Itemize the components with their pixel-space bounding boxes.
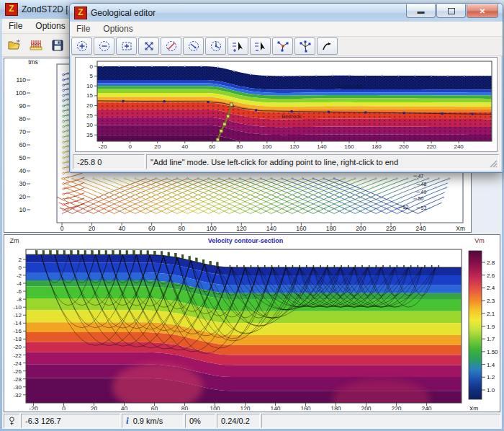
svg-text:tms: tms — [28, 58, 38, 66]
svg-text:80: 80 — [19, 115, 27, 123]
status-progress: 0% — [185, 414, 215, 428]
svg-text:70: 70 — [19, 128, 27, 135]
svg-text:Sediments: Sediments — [336, 83, 362, 89]
svg-text:20: 20 — [19, 193, 27, 200]
svg-text:0: 0 — [19, 265, 22, 271]
svg-text:53: 53 — [421, 205, 427, 210]
tool-zoom-in[interactable] — [71, 37, 92, 55]
open-file-button[interactable] — [5, 37, 24, 54]
velocity-section-chart: Velocity contour-sectionZmVm20-2-4-6-8-1… — [4, 235, 498, 410]
maximize-button[interactable] — [436, 4, 466, 18]
svg-text:Zm: Zm — [10, 237, 19, 244]
svg-text:120: 120 — [236, 225, 246, 231]
svg-text:-8: -8 — [17, 296, 22, 303]
svg-text:-2: -2 — [17, 272, 22, 279]
svg-text:20: 20 — [86, 102, 93, 109]
svg-text:60: 60 — [209, 143, 215, 150]
svg-text:0: 0 — [90, 63, 94, 70]
info-icon: i — [126, 415, 129, 427]
svg-text:-28: -28 — [13, 376, 22, 383]
svg-text:220: 220 — [426, 143, 436, 150]
seismogram-button[interactable] — [27, 37, 45, 54]
maximize-icon — [448, 8, 455, 14]
svg-text:20: 20 — [89, 225, 96, 231]
svg-text:80: 80 — [181, 405, 189, 410]
no-zoom-icon — [164, 40, 179, 53]
tool-move-point[interactable] — [294, 37, 315, 55]
svg-text:-16: -16 — [13, 328, 22, 334]
save-button[interactable] — [48, 37, 67, 54]
editor-plot-panel[interactable]: SedimentsBedrock-20020406080100120140160… — [75, 57, 498, 152]
svg-text:-20: -20 — [13, 344, 22, 350]
svg-text:Xm: Xm — [456, 225, 465, 231]
open-folder-icon — [8, 40, 22, 51]
svg-text:50: 50 — [19, 154, 27, 161]
svg-text:20: 20 — [91, 405, 98, 410]
svg-text:220: 220 — [386, 225, 396, 231]
resize-grip[interactable] — [490, 160, 498, 168]
svg-text:-14: -14 — [13, 320, 22, 326]
menu-file[interactable]: File — [2, 19, 29, 32]
tool-finish-line[interactable] — [317, 37, 338, 55]
svg-text:-22: -22 — [13, 352, 22, 359]
svg-text:49: 49 — [421, 190, 427, 195]
svg-text:180: 180 — [330, 405, 341, 410]
svg-text:52: 52 — [403, 205, 409, 210]
move-line-nodes-icon — [298, 40, 312, 53]
svg-text:30: 30 — [86, 122, 93, 128]
tool-zoom-region[interactable] — [116, 37, 137, 55]
svg-text:240: 240 — [415, 225, 426, 231]
status-coords: -6.3 126.7 — [21, 414, 120, 428]
svg-text:200: 200 — [356, 225, 366, 231]
minimize-button[interactable]: ▬ — [406, 4, 436, 18]
svg-text:80: 80 — [236, 143, 243, 150]
svg-text:110: 110 — [16, 76, 26, 84]
svg-text:-26: -26 — [13, 368, 22, 375]
zoom-out-circle-icon — [97, 40, 112, 53]
add-line-nodes-icon — [276, 40, 290, 53]
dialog-titlebar[interactable]: Z Geological editor ▬ ✕ — [70, 4, 503, 22]
svg-text:Bedrock: Bedrock — [282, 113, 302, 120]
tool-move[interactable] — [138, 37, 159, 55]
restore-view-icon — [209, 40, 223, 53]
svg-text:1.0: 1.0 — [487, 387, 495, 394]
remove-point-cursor-icon — [253, 40, 268, 53]
dialog-menubar: File Options — [70, 22, 503, 37]
tool-add-point[interactable] — [228, 37, 248, 55]
svg-text:40: 40 — [118, 225, 125, 231]
velocity-section-panel: Velocity contour-sectionZmVm20-2-4-6-8-1… — [4, 234, 500, 412]
rotate-icon — [186, 40, 201, 53]
svg-text:180: 180 — [372, 143, 382, 150]
tool-add-line[interactable] — [272, 37, 293, 55]
tool-remove-point[interactable] — [250, 37, 271, 55]
svg-text:140: 140 — [270, 405, 280, 410]
menu-options[interactable]: Options — [29, 19, 71, 32]
svg-text:0: 0 — [128, 143, 132, 150]
svg-text:200: 200 — [399, 143, 409, 150]
app-logo-icon: Z — [5, 3, 18, 16]
dialog-logo-icon: Z — [74, 6, 87, 19]
tool-zoom-out[interactable] — [94, 37, 114, 55]
tool-restore-view[interactable] — [205, 37, 226, 55]
svg-text:120: 120 — [289, 143, 300, 150]
svg-text:47: 47 — [418, 174, 423, 179]
dialog-menu-options[interactable]: Options — [96, 22, 139, 35]
close-button[interactable]: ✕ — [467, 4, 498, 18]
svg-text:-12: -12 — [13, 312, 22, 319]
pointer-cell — [4, 414, 19, 428]
status-empty — [261, 414, 500, 428]
svg-text:0: 0 — [62, 405, 66, 410]
svg-text:60: 60 — [151, 405, 158, 410]
add-point-cursor-icon — [231, 40, 246, 53]
tool-no-zoom[interactable] — [161, 37, 181, 55]
tool-rotate[interactable] — [183, 37, 204, 55]
svg-text:35: 35 — [86, 132, 93, 138]
main-window: Z ZondST2D [1950_S File Options Help — [0, 0, 504, 431]
svg-text:140: 140 — [317, 143, 327, 150]
svg-text:-10: -10 — [13, 304, 22, 311]
svg-text:200: 200 — [361, 405, 371, 410]
svg-text:0: 0 — [60, 225, 64, 231]
svg-text:25: 25 — [86, 112, 93, 119]
editor-section-chart[interactable]: SedimentsBedrock-20020406080100120140160… — [76, 58, 495, 150]
dialog-menu-file[interactable]: File — [70, 22, 96, 35]
